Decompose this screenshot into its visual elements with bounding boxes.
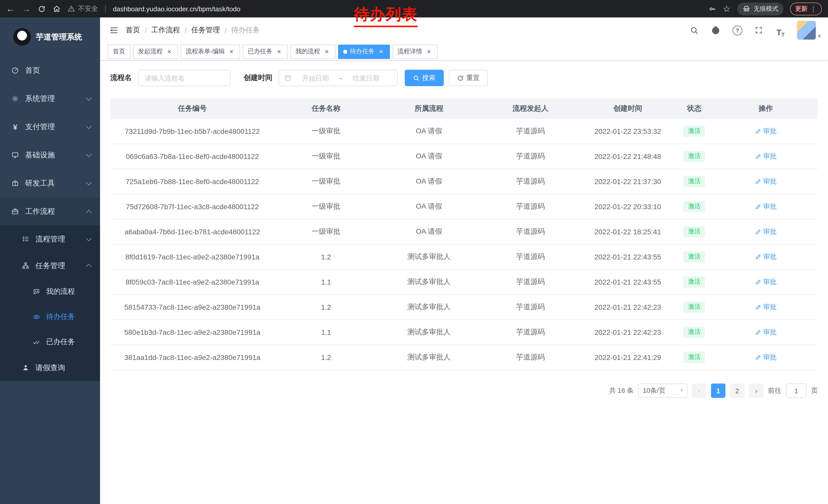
font-size-icon[interactable]: TT bbox=[773, 23, 788, 37]
main-header: 首页 / 工作流程 / 任务管理 / 待办任务 ? bbox=[100, 17, 828, 43]
tab-3[interactable]: 已办任务× bbox=[243, 44, 288, 59]
gear-icon bbox=[11, 95, 19, 102]
fullscreen-icon[interactable] bbox=[752, 23, 766, 37]
tab-close-icon[interactable]: × bbox=[228, 48, 235, 55]
approve-link[interactable]: 审批 bbox=[755, 177, 777, 186]
sidebar-item-my-process[interactable]: 我的流程 bbox=[0, 279, 100, 304]
prev-page-button[interactable]: ‹ bbox=[692, 383, 706, 398]
forward-icon[interactable]: → bbox=[22, 4, 31, 13]
starter-cell: 芋道源码 bbox=[480, 353, 581, 362]
approve-link[interactable]: 审批 bbox=[755, 127, 777, 136]
refresh-icon[interactable] bbox=[38, 5, 46, 12]
tab-close-icon[interactable]: × bbox=[323, 48, 330, 55]
start-date-input[interactable] bbox=[294, 74, 336, 82]
status-badge: 激活 bbox=[684, 151, 705, 162]
next-page-button[interactable]: › bbox=[749, 383, 763, 398]
task-name-cell: 一级审批 bbox=[275, 177, 378, 186]
tab-5[interactable]: 待办任务× bbox=[338, 44, 390, 59]
help-icon[interactable]: ? bbox=[730, 23, 745, 37]
reset-button[interactable]: 重置 bbox=[449, 70, 488, 86]
process-name-input[interactable] bbox=[138, 70, 230, 86]
breadcrumb-item[interactable]: 首页 bbox=[126, 26, 140, 35]
github-icon[interactable] bbox=[709, 23, 723, 37]
sidebar-item-done-task[interactable]: 已办任务 bbox=[0, 329, 100, 354]
sidebar-item-home[interactable]: 首页 bbox=[0, 56, 100, 85]
back-icon[interactable]: ← bbox=[6, 4, 15, 13]
action-cell: 审批 bbox=[714, 177, 818, 186]
page-button-1[interactable]: 1 bbox=[711, 383, 726, 398]
user-avatar[interactable] bbox=[797, 20, 817, 40]
sidebar-menu: 首页 系统管理 ¥ 支付管理 基础设施 bbox=[0, 56, 100, 381]
column-header: 所属流程 bbox=[378, 104, 481, 113]
kebab-menu-icon[interactable]: ⋮ bbox=[810, 5, 817, 12]
page-button-2[interactable]: 2 bbox=[730, 383, 744, 398]
sidebar-item-infrastructure[interactable]: 基础设施 bbox=[0, 141, 100, 169]
approve-link[interactable]: 审批 bbox=[755, 202, 777, 211]
table-row[interactable]: 8f059c03-7ac8-11ec-a9e2-a2380e71991a 1.1… bbox=[110, 270, 818, 295]
eye-icon bbox=[32, 313, 41, 320]
approve-link[interactable]: 审批 bbox=[755, 152, 777, 161]
chevron-down-icon bbox=[86, 235, 92, 241]
address-bar[interactable]: dashboard.yudao.iocoder.cn/bpm/task/todo bbox=[113, 5, 240, 12]
goto-page-input[interactable] bbox=[786, 383, 806, 398]
key-icon[interactable] bbox=[708, 5, 716, 12]
approve-link[interactable]: 审批 bbox=[755, 227, 777, 236]
page-size-select[interactable]: 10条/页 ▾ bbox=[638, 383, 688, 398]
tab-close-icon[interactable]: × bbox=[425, 48, 432, 55]
edit-icon bbox=[755, 178, 761, 185]
search-button[interactable]: 搜索 bbox=[405, 70, 444, 86]
table-row[interactable]: 8f0d1619-7ac8-11ec-a9e2-a2380e71991a 1.2… bbox=[110, 244, 818, 270]
approve-link[interactable]: 审批 bbox=[755, 328, 777, 337]
breadcrumb-separator: / bbox=[185, 26, 187, 34]
tab-close-icon[interactable]: × bbox=[276, 48, 283, 55]
process-cell: 测试多审批人 bbox=[378, 252, 481, 262]
approve-link[interactable]: 审批 bbox=[755, 353, 777, 362]
tab-close-icon[interactable]: × bbox=[166, 48, 173, 55]
sidebar-item-devtools[interactable]: 研发工具 bbox=[0, 169, 100, 197]
tab-1[interactable]: 发起流程× bbox=[133, 44, 178, 59]
chevron-up-icon bbox=[86, 264, 92, 270]
table-row[interactable]: 75d72608-7b7f-11ec-a3c8-acde48001122 一级审… bbox=[110, 194, 818, 220]
create-time-cell: 2022-01-21 22:43:55 bbox=[581, 278, 675, 286]
status-cell: 激活 bbox=[675, 126, 714, 137]
tab-close-icon[interactable]: × bbox=[378, 48, 385, 55]
tab-2[interactable]: 流程表单-编辑× bbox=[180, 44, 240, 59]
end-date-input[interactable] bbox=[345, 74, 387, 82]
sidebar-toggle-icon[interactable] bbox=[109, 26, 119, 35]
table-row[interactable]: 381aa1dd-7ac8-11ec-a9e2-a2380e71991a 1.2… bbox=[110, 345, 818, 370]
process-cell: OA 请假 bbox=[378, 127, 481, 136]
security-indicator[interactable]: 不安全 bbox=[68, 4, 98, 13]
tab-0[interactable]: 首页 bbox=[108, 44, 130, 59]
table-row[interactable]: a6aba0a4-7b6d-11ec-b781-acde48001122 一级审… bbox=[110, 220, 818, 244]
date-range-picker[interactable]: - bbox=[279, 70, 398, 86]
user-menu[interactable]: ▾ bbox=[797, 20, 821, 40]
approve-link[interactable]: 审批 bbox=[755, 252, 777, 262]
sidebar-item-todo-task[interactable]: 待办任务 bbox=[0, 304, 100, 329]
table-row[interactable]: 73211d9d-7b9b-11ec-b5b7-acde48001122 一级审… bbox=[110, 119, 818, 144]
bookmark-star-icon[interactable]: ☆ bbox=[723, 4, 731, 13]
tab-4[interactable]: 我的流程× bbox=[290, 44, 335, 59]
table-row[interactable]: 58154733-7ac8-11ec-a9e2-a2380e71991a 1.2… bbox=[110, 295, 818, 320]
home-icon[interactable] bbox=[53, 5, 60, 12]
table-row[interactable]: 069c6a63-7b8a-11ec-8ef0-acde48001122 一级审… bbox=[110, 144, 818, 169]
table-row[interactable]: 580e1b3d-7ac8-11ec-a9e2-a2380e71991a 1.1… bbox=[110, 320, 818, 345]
status-badge: 激活 bbox=[684, 251, 705, 262]
update-chip[interactable]: 更新 ⋮ bbox=[790, 2, 822, 15]
sidebar-item-process-mgmt[interactable]: 流程管理 bbox=[0, 226, 100, 252]
breadcrumb-item[interactable]: 工作流程 bbox=[151, 26, 180, 35]
sidebar-item-system[interactable]: 系统管理 bbox=[0, 85, 100, 113]
table-row[interactable]: 725a1eb6-7b88-11ec-8ef0-acde48001122 一级审… bbox=[110, 169, 818, 194]
create-time-cell: 2022-01-22 23:53:32 bbox=[581, 127, 675, 135]
approve-link[interactable]: 审批 bbox=[755, 277, 777, 287]
sidebar-item-payment[interactable]: ¥ 支付管理 bbox=[0, 113, 100, 141]
monitor-icon bbox=[11, 151, 19, 159]
approve-link[interactable]: 审批 bbox=[755, 303, 777, 312]
sidebar-item-task-mgmt[interactable]: 任务管理 bbox=[0, 252, 100, 279]
sidebar-item-leave-query[interactable]: 请假查询 bbox=[0, 354, 100, 381]
search-icon bbox=[413, 75, 420, 81]
search-icon[interactable] bbox=[687, 23, 702, 37]
sidebar-item-workflow[interactable]: 工作流程 bbox=[0, 197, 100, 226]
create-time-cell: 2022-01-22 21:37:30 bbox=[581, 177, 675, 186]
breadcrumb-item[interactable]: 任务管理 bbox=[191, 26, 220, 35]
tab-6[interactable]: 流程详情× bbox=[392, 44, 438, 59]
